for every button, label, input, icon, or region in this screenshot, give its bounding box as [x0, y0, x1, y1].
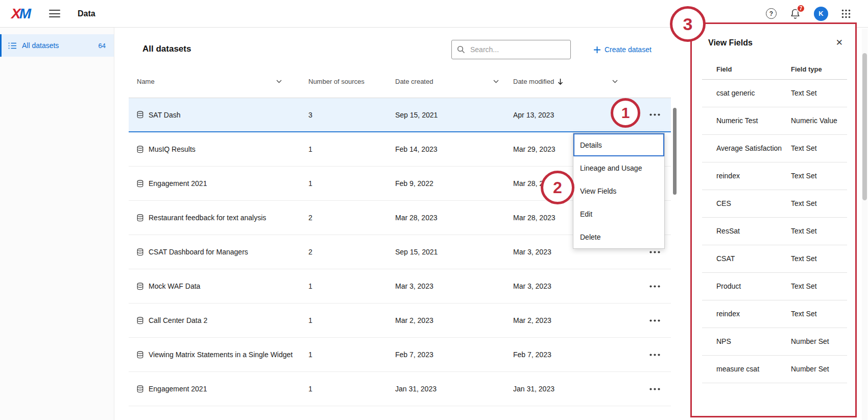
table-row[interactable]: Engagement 20211Jan 31, 2023Jan 31, 2023 [129, 372, 671, 406]
name-cell: Mock WAF Data [129, 282, 307, 291]
table-row[interactable]: Call Center Data 21Mar 2, 2023Mar 2, 202… [129, 304, 671, 338]
menu-item-lineage-and-usage[interactable]: Lineage and Usage [573, 156, 664, 179]
field-row: ProductText Set [702, 273, 847, 300]
sources-cell: 1 [307, 145, 395, 153]
sort-desc-icon [558, 78, 563, 85]
column-label: Date modified [513, 78, 554, 85]
table-row[interactable]: Viewing Matrix Statements in a Single Wi… [129, 338, 671, 372]
notification-badge: 7 [797, 4, 805, 13]
field-type: Numeric Value [791, 116, 847, 126]
create-dataset-button[interactable]: Create dataset [593, 40, 652, 59]
table-scrollbar-thumb[interactable] [673, 108, 677, 195]
date-created-cell: Sep 15, 2021 [395, 248, 513, 256]
name-cell: SAT Dash [129, 110, 307, 120]
dataset-name: Mock WAF Data [149, 282, 200, 291]
field-row: CESText Set [702, 190, 847, 218]
name-cell: Engagement 2021 [129, 179, 307, 188]
row-actions-button[interactable] [647, 351, 662, 359]
field-name: CSAT [716, 254, 791, 264]
topbar-actions: ? 7 K [766, 7, 851, 21]
help-icon: ? [766, 8, 777, 19]
name-cell: Engagement 2021 [129, 384, 307, 393]
close-button[interactable]: ✕ [832, 35, 847, 50]
panel-header: View Fields ✕ [692, 24, 855, 54]
field-type: Text Set [791, 309, 847, 319]
ellipsis-icon [649, 113, 660, 116]
chevron-down-icon [493, 80, 499, 83]
date-modified-cell: Mar 3, 2023 [513, 282, 612, 290]
row-actions-button[interactable] [647, 248, 662, 256]
date-created-cell: Mar 28, 2023 [395, 214, 513, 222]
dataset-icon [137, 180, 143, 188]
dataset-icon [137, 351, 143, 359]
column-header-filter[interactable] [612, 80, 639, 83]
sources-cell: 3 [307, 111, 395, 119]
dataset-name: Restaurant feedback for text analysis [149, 213, 266, 222]
date-modified-cell: Apr 13, 2023 [513, 111, 612, 119]
dataset-name: MusIQ Results [149, 145, 196, 154]
field-row: reindexText Set [702, 162, 847, 190]
field-row: ResSatText Set [702, 218, 847, 245]
dataset-name: Viewing Matrix Statements in a Single Wi… [149, 350, 293, 359]
field-type: Text Set [791, 171, 847, 181]
account-button[interactable]: K [814, 7, 828, 21]
menu-item-edit[interactable]: Edit [573, 202, 664, 225]
row-actions-button[interactable] [647, 110, 662, 119]
chevron-down-icon [612, 80, 618, 83]
menu-item-details[interactable]: Details [573, 133, 664, 156]
search-input[interactable] [469, 45, 565, 54]
ellipsis-icon [649, 354, 660, 356]
dataset-name: SAT Dash [149, 110, 181, 120]
column-header-date-modified[interactable]: Date modified [513, 78, 612, 85]
sources-cell: 2 [307, 214, 395, 222]
view-fields-panel: View Fields ✕ Field Field type csat gene… [690, 22, 857, 417]
field-name: reindex [716, 171, 791, 181]
field-rows: csat genericText SetNumeric TestNumeric … [692, 80, 855, 383]
date-created-cell: Mar 2, 2023 [395, 316, 513, 324]
sidebar-item-all-datasets[interactable]: All datasets 64 [0, 34, 114, 57]
field-type: Text Set [791, 226, 847, 236]
screen: XM Data ? 7 K All datasets 64 [0, 0, 868, 420]
notifications-button[interactable]: 7 [790, 8, 801, 19]
dataset-icon [137, 385, 143, 393]
table-row[interactable]: SAT Dash3Sep 15, 2021Apr 13, 2023 [129, 98, 671, 132]
dataset-icon [137, 214, 143, 222]
field-row: reindexText Set [702, 300, 847, 328]
dataset-name: Engagement 2021 [149, 179, 207, 188]
page-scrollbar-thumb[interactable] [862, 53, 867, 200]
field-name: reindex [716, 309, 791, 319]
field-name: measure csat [716, 364, 791, 374]
column-label: Date created [395, 78, 433, 85]
search-icon [457, 45, 465, 54]
dataset-name: Engagement 2021 [149, 384, 207, 393]
list-icon [8, 42, 17, 49]
column-header-sources[interactable]: Number of sources [307, 78, 395, 85]
menu-item-view-fields[interactable]: View Fields [573, 179, 664, 202]
create-dataset-label: Create dataset [605, 45, 652, 54]
hamburger-menu-icon[interactable] [49, 10, 60, 17]
close-icon: ✕ [836, 38, 843, 48]
panel-column-field-type: Field type [791, 65, 822, 73]
xm-logo[interactable]: XM [11, 7, 31, 21]
name-cell: Call Center Data 2 [129, 316, 307, 325]
date-modified-cell: Jan 31, 2023 [513, 385, 612, 393]
ellipsis-icon [649, 319, 660, 322]
row-actions-button[interactable] [647, 282, 662, 291]
annotation-label: 3 [683, 14, 693, 34]
annotation-circle-1: 1 [611, 98, 640, 128]
column-header-date-created[interactable]: Date created [395, 78, 513, 85]
dataset-name: CSAT Dashboard for Managers [149, 247, 248, 256]
row-actions-button[interactable] [647, 316, 662, 325]
table-row[interactable]: Mock WAF Data1Mar 3, 2023Mar 3, 2023 [129, 269, 671, 304]
menu-item-delete[interactable]: Delete [573, 225, 664, 248]
panel-title: View Fields [708, 38, 753, 48]
sidebar: All datasets 64 [0, 28, 114, 420]
apps-grid-button[interactable] [841, 9, 851, 18]
column-header-name[interactable]: Name [129, 77, 307, 86]
help-button[interactable]: ? [766, 8, 777, 19]
avatar: K [814, 7, 828, 21]
annotation-label: 1 [621, 104, 630, 122]
row-actions-button[interactable] [647, 385, 662, 393]
panel-column-field: Field [716, 65, 791, 73]
ellipsis-icon [649, 285, 660, 288]
